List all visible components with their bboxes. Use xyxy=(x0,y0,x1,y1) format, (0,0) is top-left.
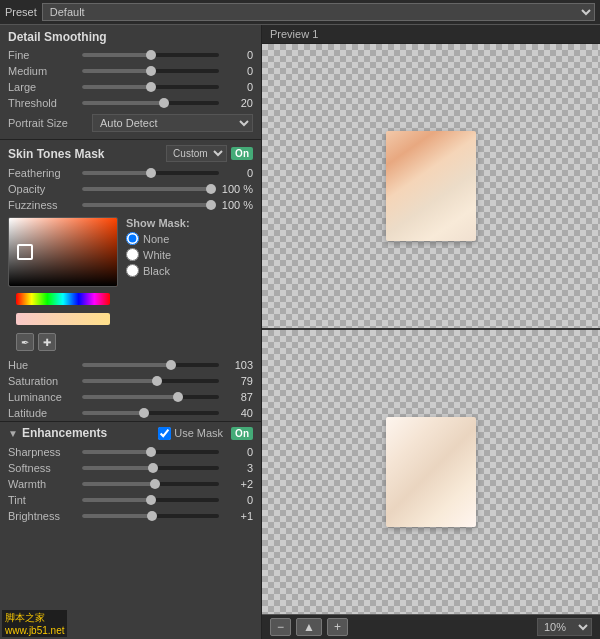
preset-select[interactable]: Default xyxy=(42,3,595,21)
radio-black[interactable] xyxy=(126,264,139,277)
fine-slider-row: Fine 0 xyxy=(0,47,261,63)
tint-label: Tint xyxy=(8,494,78,506)
radio-none-label: None xyxy=(143,233,169,245)
tint-value: 0 xyxy=(223,494,253,506)
softness-value: 3 xyxy=(223,462,253,474)
picker-icons: ✒ ✚ xyxy=(16,333,110,351)
hue-track[interactable] xyxy=(82,363,219,367)
sharpness-value: 0 xyxy=(223,446,253,458)
latitude-slider-row: Latitude 40 xyxy=(0,405,261,421)
latitude-track[interactable] xyxy=(82,411,219,415)
luminance-value: 87 xyxy=(223,391,253,403)
radio-none-row: None xyxy=(126,232,253,245)
luminance-slider-row: Luminance 87 xyxy=(0,389,261,405)
eyedropper-icon[interactable]: ✒ xyxy=(16,333,34,351)
saturation-label: Saturation xyxy=(8,375,78,387)
fuzziness-value: 100 % xyxy=(215,199,253,211)
opacity-value: 100 % xyxy=(215,183,253,195)
portrait-size-label: Portrait Size xyxy=(8,117,88,129)
saturation-track[interactable] xyxy=(82,379,219,383)
radio-none[interactable] xyxy=(126,232,139,245)
right-bottom-bar: − ▲ + 10% 25% 50% 100% xyxy=(262,614,600,639)
use-mask-checkbox[interactable] xyxy=(158,427,171,440)
enhancements-on-badge: On xyxy=(231,427,253,440)
skin-tones-preset[interactable]: Custom xyxy=(166,145,227,162)
enhancements-header: ▼ Enhancements Use Mask On xyxy=(0,421,261,444)
skin-tones-section: Skin Tones Mask Custom On Feathering 0 O… xyxy=(0,139,261,421)
large-label: Large xyxy=(8,81,78,93)
preset-label: Preset xyxy=(5,6,37,18)
threshold-track[interactable] xyxy=(82,101,219,105)
eyedropper-plus-icon[interactable]: ✚ xyxy=(38,333,56,351)
enhancements-section: ▼ Enhancements Use Mask On Sharpness 0 xyxy=(0,421,261,524)
nav-plus-button[interactable]: + xyxy=(327,618,348,636)
warmth-row: Warmth +2 xyxy=(0,476,261,492)
fuzziness-track[interactable] xyxy=(82,203,211,207)
color-gradient-wrapper: ✒ ✚ xyxy=(8,217,118,353)
radio-black-row: Black xyxy=(126,264,253,277)
warmth-track[interactable] xyxy=(82,482,219,486)
color-selector xyxy=(17,244,33,260)
saturation-value: 79 xyxy=(223,375,253,387)
color-gradient-box[interactable] xyxy=(8,217,118,287)
photo-2 xyxy=(386,417,476,527)
latitude-value: 40 xyxy=(223,407,253,419)
hue-value: 103 xyxy=(223,359,253,371)
fuzziness-label: Fuzziness xyxy=(8,199,78,211)
brightness-track[interactable] xyxy=(82,514,219,518)
luminance-track[interactable] xyxy=(82,395,219,399)
medium-label: Medium xyxy=(8,65,78,77)
sharpness-track[interactable] xyxy=(82,450,219,454)
show-mask-panel: Show Mask: None White Black xyxy=(126,217,253,353)
warmth-value: +2 xyxy=(223,478,253,490)
pink-yellow-bar xyxy=(16,313,110,325)
portrait-size-select[interactable]: Auto Detect Small Medium Large xyxy=(92,114,253,132)
radio-white-row: White xyxy=(126,248,253,261)
preview-top xyxy=(262,44,600,330)
feathering-track[interactable] xyxy=(82,171,219,175)
nav-minus-button[interactable]: − xyxy=(270,618,291,636)
watermark: 脚本之家www.jb51.net xyxy=(2,610,67,637)
right-panel: Preview 1 − ▲ + xyxy=(262,25,600,639)
use-mask-checkbox-row: Use Mask xyxy=(158,427,223,440)
preview-image-2 xyxy=(386,417,476,527)
hue-slider-row: Hue 103 xyxy=(0,357,261,373)
feathering-value: 0 xyxy=(223,167,253,179)
opacity-track[interactable] xyxy=(82,187,211,191)
sharpness-label: Sharpness xyxy=(8,446,78,458)
main-layout: Detail Smoothing Fine 0 Medium 0 xyxy=(0,25,600,639)
latitude-label: Latitude xyxy=(8,407,78,419)
hue-label: Hue xyxy=(8,359,78,371)
large-value: 0 xyxy=(223,81,253,93)
preview-label: Preview 1 xyxy=(262,25,600,44)
collapse-triangle-icon[interactable]: ▼ xyxy=(8,428,18,439)
left-panel: Detail Smoothing Fine 0 Medium 0 xyxy=(0,25,262,639)
radio-white[interactable] xyxy=(126,248,139,261)
softness-label: Softness xyxy=(8,462,78,474)
threshold-slider-row: Threshold 20 xyxy=(0,95,261,111)
medium-value: 0 xyxy=(223,65,253,77)
nav-up-button[interactable]: ▲ xyxy=(296,618,322,636)
use-mask-label: Use Mask xyxy=(174,427,223,439)
large-track[interactable] xyxy=(82,85,219,89)
luminance-label: Luminance xyxy=(8,391,78,403)
feathering-row: Feathering 0 xyxy=(0,165,261,181)
softness-track[interactable] xyxy=(82,466,219,470)
warmth-label: Warmth xyxy=(8,478,78,490)
preview-image-1 xyxy=(386,131,476,241)
hue-gradient-bar[interactable] xyxy=(16,293,110,305)
brightness-row: Brightness +1 xyxy=(0,508,261,524)
medium-track[interactable] xyxy=(82,69,219,73)
enhancements-title: Enhancements xyxy=(22,426,154,440)
detail-smoothing-title: Detail Smoothing xyxy=(0,25,261,47)
feathering-label: Feathering xyxy=(8,167,78,179)
portrait-size-row: Portrait Size Auto Detect Small Medium L… xyxy=(0,111,261,135)
brightness-value: +1 xyxy=(223,510,253,522)
fine-track[interactable] xyxy=(82,53,219,57)
softness-row: Softness 3 xyxy=(0,460,261,476)
skin-tones-on-badge: On xyxy=(231,147,253,160)
tint-track[interactable] xyxy=(82,498,219,502)
fine-value: 0 xyxy=(223,49,253,61)
skin-tones-title: Skin Tones Mask xyxy=(8,147,166,161)
zoom-select[interactable]: 10% 25% 50% 100% xyxy=(537,618,592,636)
